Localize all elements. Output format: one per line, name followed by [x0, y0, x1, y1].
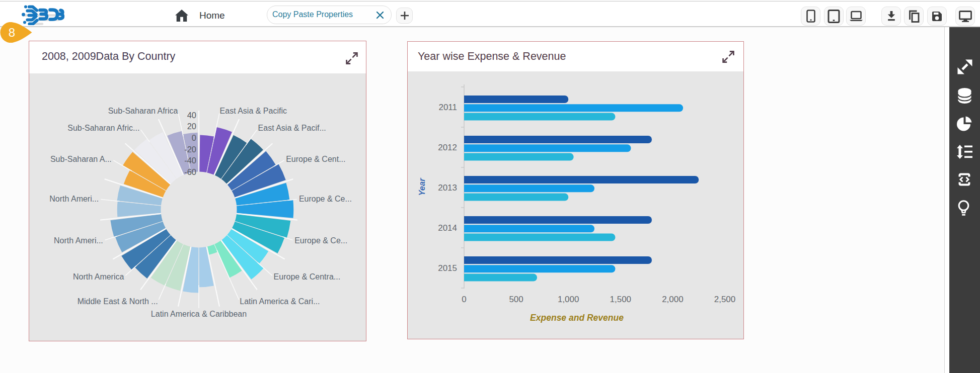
svg-text:20: 20: [187, 122, 196, 131]
svg-text:Sub-Saharan Afric...: Sub-Saharan Afric...: [67, 124, 139, 132]
svg-text:1,500: 1,500: [610, 295, 632, 304]
svg-text:2013: 2013: [438, 183, 457, 193]
svg-text:2012: 2012: [438, 143, 457, 152]
svg-text:North Ameri...: North Ameri...: [49, 195, 99, 203]
svg-text:2011: 2011: [438, 103, 457, 112]
svg-text:-60: -60: [184, 167, 196, 176]
svg-text:Year: Year: [417, 177, 426, 196]
svg-text:Latin America & Caribbean: Latin America & Caribbean: [151, 310, 247, 318]
svg-text:2,000: 2,000: [662, 295, 684, 304]
svg-text:East Asia & Pacif...: East Asia & Pacif...: [258, 124, 326, 132]
svg-text:Europe & Ce...: Europe & Ce...: [299, 195, 352, 203]
svg-text:Sub-Saharan Africa: Sub-Saharan Africa: [108, 107, 178, 115]
svg-text:8: 8: [9, 26, 15, 39]
svg-text:1,000: 1,000: [558, 295, 579, 304]
svg-text:2015: 2015: [438, 263, 457, 273]
svg-text:North Ameri...: North Ameri...: [54, 236, 103, 245]
svg-text:2014: 2014: [438, 223, 457, 233]
svg-text:2,500: 2,500: [714, 295, 736, 304]
svg-text:0: 0: [192, 133, 196, 142]
svg-text:Europe & Cent...: Europe & Cent...: [286, 155, 345, 163]
svg-text:Latin America & Cari...: Latin America & Cari...: [240, 297, 320, 306]
svg-text:Expense and Revenue: Expense and Revenue: [530, 313, 624, 323]
svg-text:Europe & Centra...: Europe & Centra...: [274, 272, 341, 281]
svg-text:500: 500: [509, 295, 523, 304]
svg-text:Middle East & North ...: Middle East & North ...: [78, 297, 158, 306]
svg-text:-40: -40: [184, 156, 196, 165]
svg-text:Europe & Ce...: Europe & Ce...: [294, 236, 347, 245]
svg-text:0: 0: [462, 295, 466, 304]
svg-text:-20: -20: [184, 145, 196, 154]
svg-text:East Asia & Pacific: East Asia & Pacific: [220, 107, 287, 115]
svg-text:North America: North America: [73, 272, 124, 281]
svg-text:40: 40: [187, 111, 196, 120]
svg-text:Sub-Saharan A...: Sub-Saharan A...: [50, 155, 112, 163]
